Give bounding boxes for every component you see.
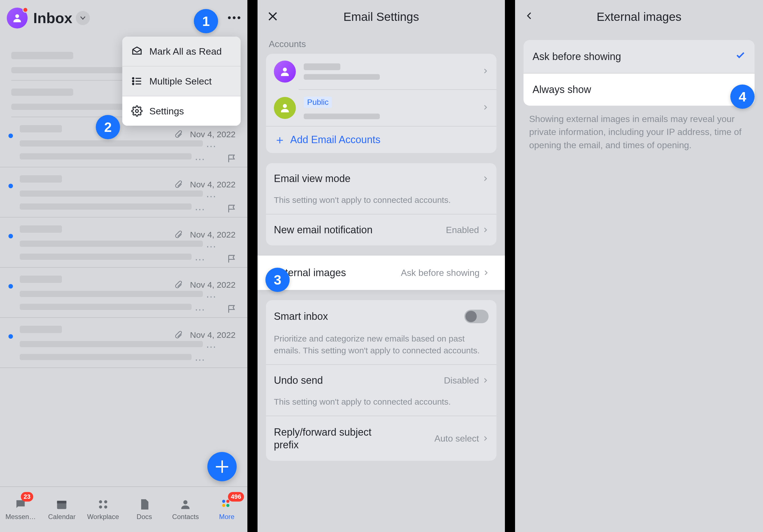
menu-mark-all-read[interactable]: Mark All as Read [122, 37, 241, 66]
menu-label: Multiple Select [149, 76, 212, 87]
svg-point-15 [99, 500, 102, 503]
tab-more[interactable]: 496 More [206, 487, 247, 532]
chevron-right-icon [483, 375, 489, 386]
svg-rect-14 [57, 501, 66, 503]
row-value: Disabled [444, 375, 479, 386]
svg-point-17 [99, 505, 102, 509]
row-value: Auto select [434, 433, 479, 444]
settings-card-smart: Smart inbox Prioritize and categorize ne… [266, 300, 496, 461]
attachment-icon [174, 180, 182, 189]
row-value: Enabled [446, 225, 479, 235]
section-label-accounts: Accounts [258, 34, 505, 54]
svg-point-18 [104, 505, 107, 509]
tab-label: More [219, 513, 234, 521]
mail-item[interactable]: Nov 4, 2022 [0, 268, 247, 318]
page-title: External images [597, 10, 681, 24]
row-external-images[interactable]: External images Ask before showing [258, 256, 505, 290]
unread-dot-icon [8, 334, 13, 339]
row-subtext: Prioritize and categorize new emails bas… [266, 333, 496, 364]
step-badge-4: 4 [730, 84, 755, 109]
svg-point-4 [233, 16, 236, 19]
tab-label: Contacts [172, 513, 199, 521]
step-badge-3: 3 [266, 268, 290, 292]
row-email-view-mode[interactable]: Email view mode [266, 163, 496, 194]
tab-messenger[interactable]: 23 Messen… [0, 487, 41, 532]
placeholder-line [11, 52, 73, 59]
row-new-email-notification[interactable]: New email notification Enabled [266, 214, 496, 246]
tab-calendar[interactable]: Calendar [41, 487, 82, 532]
screen-external-images: External images Ask before showing Alway… [515, 0, 763, 532]
menu-multiple-select[interactable]: Multiple Select [122, 66, 241, 96]
tab-label: Messen… [5, 513, 36, 521]
svg-point-5 [238, 16, 240, 19]
flag-icon[interactable] [227, 204, 237, 215]
more-icon[interactable] [228, 16, 241, 21]
overflow-menu: Mark All as Read Multiple Select Setting… [122, 37, 241, 126]
svg-point-12 [136, 110, 138, 112]
flag-icon[interactable] [227, 154, 237, 164]
svg-point-10 [132, 81, 134, 82]
step-badge-2: 2 [96, 115, 120, 139]
check-icon [735, 50, 745, 63]
flag-icon[interactable] [227, 304, 237, 315]
tab-label: Workplace [87, 513, 119, 521]
placeholder-line [11, 88, 73, 96]
add-email-accounts[interactable]: ＋ Add Email Accounts [266, 127, 496, 153]
tab-label: Docs [137, 513, 152, 521]
flag-icon[interactable] [227, 254, 237, 265]
compose-fab[interactable] [207, 452, 237, 481]
mail-item[interactable]: Nov 4, 2022 [0, 318, 247, 368]
unread-dot-icon [8, 234, 13, 238]
inbox-dropdown[interactable] [76, 11, 90, 25]
public-badge: Public [304, 97, 332, 108]
svg-point-3 [228, 16, 231, 19]
back-icon[interactable] [525, 11, 534, 21]
attachment-icon [174, 280, 182, 290]
tab-docs[interactable]: Docs [124, 487, 165, 532]
chevron-right-icon [483, 225, 489, 235]
menu-settings[interactable]: Settings [122, 96, 241, 126]
row-reply-prefix[interactable]: Reply/forward subject prefix Auto select [266, 416, 496, 461]
row-value: Ask before showing [401, 268, 480, 278]
row-smart-inbox[interactable]: Smart inbox [266, 300, 496, 333]
tab-workplace[interactable]: Workplace [82, 487, 124, 532]
badge: 496 [228, 492, 244, 501]
mail-item[interactable]: Nov 4, 2022 [0, 218, 247, 268]
add-label: Add Email Accounts [290, 134, 381, 146]
screen-inbox: Inbox [0, 0, 247, 532]
inbox-title[interactable]: Inbox [33, 10, 72, 27]
screen-email-settings: Email Settings Accounts Public ＋ Add [258, 0, 505, 532]
svg-point-16 [104, 500, 107, 503]
close-icon[interactable] [267, 11, 278, 23]
avatar-icon [274, 60, 296, 82]
option-ask-before-showing[interactable]: Ask before showing [523, 40, 755, 73]
option-always-show[interactable]: Always show [523, 73, 755, 106]
chevron-right-icon [483, 104, 489, 112]
external-images-note: Showing external images in emails may re… [515, 106, 763, 159]
row-undo-send[interactable]: Undo send Disabled [266, 365, 496, 396]
svg-point-11 [132, 83, 134, 85]
bottom-nav: 23 Messen… Calendar Workplace Docs Conta… [0, 486, 247, 532]
attachment-icon [174, 130, 182, 139]
toggle-smart-inbox[interactable] [464, 310, 489, 323]
option-label: Always show [532, 84, 591, 95]
placeholder-line [20, 125, 62, 133]
svg-point-0 [15, 14, 19, 18]
svg-point-27 [283, 104, 287, 108]
menu-label: Settings [149, 106, 184, 117]
row-label: Smart inbox [274, 310, 328, 322]
unread-dot-icon [8, 184, 13, 188]
row-label: Reply/forward subject prefix [274, 426, 392, 451]
account-row[interactable] [266, 54, 496, 89]
svg-point-20 [222, 500, 225, 503]
svg-point-26 [283, 68, 287, 71]
svg-point-21 [226, 500, 229, 503]
row-subtext: This setting won't apply to connected ac… [266, 194, 496, 214]
account-avatar[interactable] [7, 8, 28, 29]
option-label: Ask before showing [532, 51, 621, 62]
svg-point-23 [226, 504, 229, 507]
account-row[interactable]: Public [266, 90, 496, 126]
attachment-icon [174, 230, 182, 240]
tab-contacts[interactable]: Contacts [165, 487, 206, 532]
mail-item[interactable]: Nov 4, 2022 [0, 167, 247, 218]
